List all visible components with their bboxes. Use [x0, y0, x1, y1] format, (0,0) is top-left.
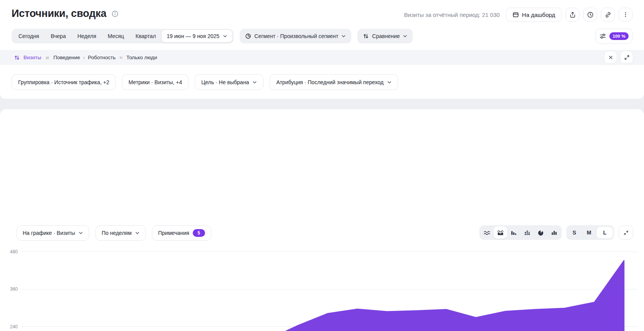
period-tab[interactable]: Месяц — [102, 29, 130, 43]
stacked-bars-icon — [524, 230, 531, 236]
settings-chip-label: Атрибуция · Последний значимый переход — [276, 79, 384, 85]
chart-card: На графике · Визиты По неделям Примечани… — [0, 109, 644, 331]
chart-controls-left: На графике · Визиты По неделям Примечани… — [17, 225, 211, 241]
area-series[interactable] — [32, 261, 624, 331]
notes-label: Примечания — [158, 230, 189, 236]
more-menu-button[interactable] — [619, 8, 632, 22]
chevron-down-icon — [252, 80, 257, 85]
dashboard-button-label: На дашборд — [522, 12, 555, 18]
segment-selector[interactable]: Сегмент · Произвольный сегмент — [240, 29, 351, 43]
date-range-label: 19 июн — 9 ноя 2025 — [167, 33, 219, 39]
segment-label: Сегмент · Произвольный сегмент — [254, 33, 338, 39]
clock-icon — [587, 12, 594, 18]
filter-crumb-parent[interactable]: Поведение — [53, 55, 80, 60]
close-icon — [608, 55, 614, 60]
y-tick-label: 360 — [10, 286, 18, 292]
period-tab[interactable]: Неделя — [72, 29, 102, 43]
chevron-down-icon — [223, 34, 227, 38]
settings-chip[interactable]: Атрибуция · Последний значимый переход — [270, 74, 398, 90]
chart-size-switcher: SML — [566, 225, 614, 240]
chart-type-area-chart-button[interactable] — [494, 226, 507, 239]
chart-controls-right: SML — [479, 225, 633, 240]
sampling-badge: 100 % — [609, 32, 629, 40]
add-to-dashboard-button[interactable]: На дашборд — [506, 8, 562, 22]
date-range-picker[interactable]: 19 июн — 9 ноя 2025 — [162, 30, 232, 42]
period-tabs: СегодняВчераНеделяМесяцКвартал 19 июн — … — [12, 29, 234, 43]
compare-selector[interactable]: Сравнение — [357, 29, 413, 43]
link-icon — [605, 12, 611, 18]
sliders-icon — [599, 33, 606, 40]
bars-icon — [511, 230, 517, 236]
on-chart-metric-selector[interactable]: На графике · Визиты — [17, 225, 89, 241]
period-tab[interactable]: Квартал — [130, 29, 162, 43]
collapse-chart-button[interactable] — [619, 225, 633, 240]
chart-size-l-button[interactable]: L — [596, 226, 613, 239]
copy-link-button[interactable] — [601, 8, 615, 22]
traffic-area-chart[interactable]: 012024036048019—22.0625—31.083—9.11 — [0, 240, 644, 331]
filter-crumb-child[interactable]: Роботность — [88, 55, 116, 60]
expand-icon — [624, 55, 630, 60]
collapse-icon — [623, 230, 629, 236]
notes-button[interactable]: Примечания 5 — [152, 225, 211, 241]
chart-type-switcher — [479, 225, 562, 240]
segment-icon — [245, 33, 251, 39]
y-tick-label: 240 — [10, 324, 18, 329]
chart-type-bars-button[interactable] — [507, 226, 521, 239]
pie-chart-icon — [537, 230, 544, 236]
export-button[interactable] — [566, 8, 579, 22]
kebab-icon — [622, 12, 629, 18]
title-row: Источники, сводка — [12, 8, 118, 20]
chart-size-m-button[interactable]: M — [582, 226, 596, 239]
metric-compare-icon — [14, 55, 20, 61]
area-chart-icon — [497, 230, 504, 236]
chart-size-s-button[interactable]: S — [567, 226, 582, 239]
settings-chip[interactable]: Группировка · Источник трафика, +2 — [12, 74, 116, 90]
chart-type-line-chart-button[interactable] — [480, 226, 494, 239]
filter-crumb-separator: › — [83, 55, 85, 60]
filter-actions — [604, 51, 633, 64]
settings-chip[interactable]: Метрики · Визиты, +4 — [122, 74, 189, 90]
share-icon — [569, 12, 576, 18]
chevron-down-icon — [387, 80, 392, 85]
chart-type-stacked-bars-button[interactable] — [521, 226, 534, 239]
filter-value[interactable]: Только люди — [126, 55, 157, 60]
dashboard-icon — [512, 12, 519, 18]
period-toolbar: СегодняВчераНеделяМесяцКвартал 19 июн — … — [12, 29, 632, 43]
on-chart-metric-label: На графике · Визиты — [23, 230, 75, 236]
chart-type-pie-chart-button[interactable] — [534, 226, 547, 239]
settings-chip[interactable]: Цель · Не выбрана — [195, 74, 264, 90]
filter-conjunction: и — [46, 55, 49, 60]
visits-period-summary: Визиты за отчётный период: 21 030 — [404, 12, 500, 18]
settings-chip-label: Группировка · Источник трафика, +2 — [18, 79, 109, 85]
report-header-card: Источники, сводка Визиты за отчётный пер… — [0, 0, 644, 99]
chevron-down-icon — [341, 34, 346, 38]
applied-filter-bar: Визиты и Поведение › Роботность = Только… — [0, 50, 644, 65]
columns-icon — [551, 230, 557, 236]
filter-metric-link[interactable]: Визиты — [23, 55, 41, 60]
sampling-settings-button[interactable]: 100 % — [596, 28, 632, 44]
header-actions: Визиты за отчётный период: 21 030 На даш… — [404, 8, 632, 22]
y-axis-labels: 0120240360480 — [10, 249, 18, 331]
report-settings-chips: Группировка · Источник трафика, +2Метрик… — [12, 74, 398, 90]
chart-type-columns-button[interactable] — [547, 226, 561, 239]
compare-label: Сравнение — [372, 33, 400, 39]
period-tab[interactable]: Сегодня — [13, 29, 45, 43]
grouping-selector[interactable]: По неделям — [95, 225, 146, 241]
history-button[interactable] — [583, 8, 597, 22]
info-icon[interactable] — [112, 10, 118, 17]
settings-chip-label: Цель · Не выбрана — [201, 79, 249, 85]
line-chart-icon — [484, 230, 491, 236]
chevron-down-icon — [135, 231, 140, 235]
period-tab[interactable]: Вчера — [45, 29, 72, 43]
grouping-label: По неделям — [102, 230, 132, 236]
filter-operator: = — [120, 55, 123, 60]
chevron-down-icon — [403, 34, 407, 38]
expand-filter-button[interactable] — [620, 51, 633, 64]
page-title: Источники, сводка — [12, 8, 106, 20]
settings-chip-label: Метрики · Визиты, +4 — [128, 79, 182, 85]
y-tick-label: 480 — [10, 249, 18, 254]
remove-filter-button[interactable] — [604, 51, 617, 64]
chevron-down-icon — [78, 231, 83, 235]
notes-count-badge: 5 — [193, 229, 205, 237]
compare-icon — [363, 33, 369, 39]
